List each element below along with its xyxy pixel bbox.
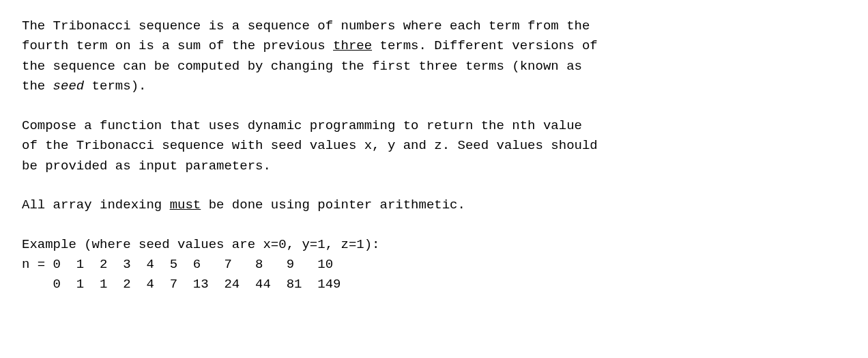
underlined-word-must: must (170, 197, 201, 212)
example-label: Example (where seed values are x=0, y=1,… (22, 235, 846, 255)
paragraph-3: All array indexing must be done using po… (22, 195, 846, 215)
text-segment: be done using pointer arithmetic. (201, 197, 465, 212)
italic-word-seed: seed (53, 79, 85, 94)
table-header-row: n = 0 1 2 3 4 5 6 7 8 9 10 (22, 255, 846, 275)
paragraph-2: Compose a function that uses dynamic pro… (22, 116, 846, 176)
example-table: n = 0 1 2 3 4 5 6 7 8 9 10 0 1 1 2 4 7 1… (22, 255, 846, 295)
text-segment: terms). (84, 79, 146, 94)
table-values-row: 0 1 1 2 4 7 13 24 44 81 149 (22, 275, 846, 294)
underlined-word-three: three (333, 38, 372, 53)
text-segment: Example (where seed values are x=0, y=1,… (22, 237, 380, 252)
text-segment: All array indexing (22, 197, 170, 212)
text-segment: Compose a function that uses dynamic pro… (22, 118, 598, 174)
paragraph-1: The Tribonacci sequence is a sequence of… (22, 16, 846, 97)
